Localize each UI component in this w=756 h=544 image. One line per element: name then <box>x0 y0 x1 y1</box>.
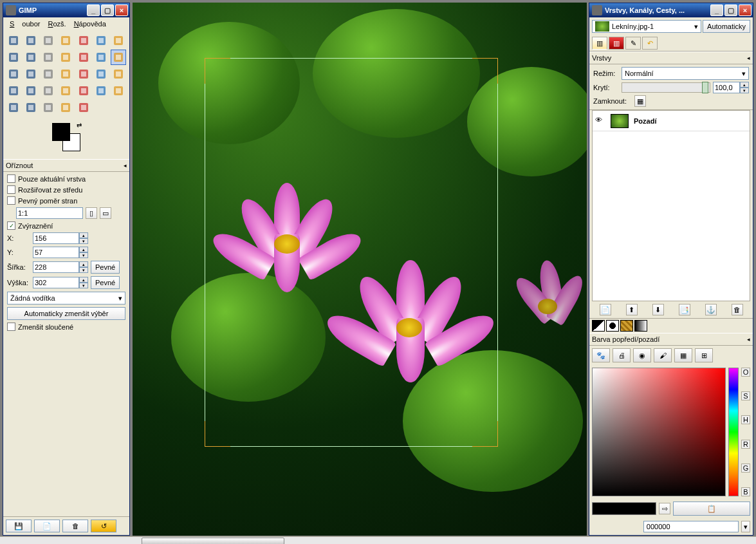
foreground-select-tool[interactable] <box>111 33 126 48</box>
foreground-color[interactable] <box>52 123 70 141</box>
maximize-button[interactable]: ▢ <box>101 5 114 16</box>
height-input[interactable] <box>33 277 79 288</box>
cmyk-button[interactable]: 🖨 <box>613 348 631 362</box>
hue-mode-h[interactable]: H <box>741 415 750 424</box>
rect-select-tool[interactable] <box>6 33 21 48</box>
wheel-button[interactable]: ◉ <box>633 348 651 362</box>
move-tool[interactable] <box>76 50 91 65</box>
dodge-tool[interactable] <box>76 100 91 115</box>
pattern-tab[interactable] <box>620 320 633 332</box>
restore-options-button[interactable]: 📄 <box>34 520 60 532</box>
layer-row[interactable]: 👁 Pozadí <box>593 111 750 131</box>
color-picker-tool[interactable] <box>23 50 39 65</box>
add-to-history-button[interactable]: ⇨ <box>659 503 670 514</box>
reset-options-button[interactable]: ↺ <box>91 520 116 532</box>
auto-button[interactable]: Automaticky <box>703 20 750 33</box>
lower-layer-button[interactable]: ⬇ <box>652 304 664 315</box>
color-select-tool[interactable] <box>76 33 91 48</box>
eraser-tool[interactable] <box>58 83 73 98</box>
paintbrush-tool[interactable] <box>41 83 56 98</box>
bucket-tool[interactable] <box>111 66 126 82</box>
maximize-button[interactable]: ▢ <box>724 5 737 16</box>
crop-handle-se[interactable] <box>472 421 498 447</box>
rotate-tool[interactable] <box>6 66 21 82</box>
hex-input[interactable] <box>643 521 739 532</box>
close-button[interactable]: × <box>739 5 751 16</box>
hue-mode-g[interactable]: G <box>741 464 750 473</box>
hue-mode-s[interactable]: S <box>741 391 750 400</box>
aspect-input[interactable] <box>16 207 83 219</box>
tool-options-header[interactable]: Oříznout ◂ <box>3 159 129 172</box>
close-button[interactable]: × <box>115 5 128 16</box>
horizontal-scrollbar[interactable] <box>0 536 756 544</box>
delete-layer-button[interactable]: 🗑 <box>732 304 743 315</box>
x-down[interactable]: ▾ <box>79 238 88 244</box>
blend-tool[interactable] <box>6 83 21 98</box>
menu-help[interactable]: Nápověda <box>70 19 110 29</box>
crop-handle-nw[interactable] <box>205 58 230 84</box>
tab-channels[interactable]: ▥ <box>609 37 624 50</box>
autoshrink-button[interactable]: Automaticky zmenšit výběr <box>7 307 125 320</box>
free-select-tool[interactable] <box>41 33 56 48</box>
current-color-swatch[interactable] <box>592 502 656 515</box>
perspective-tool[interactable] <box>58 66 73 82</box>
brush-tab[interactable] <box>606 320 619 332</box>
width-input[interactable] <box>33 261 79 273</box>
fgbg-tab[interactable] <box>592 320 605 332</box>
measure-tool[interactable] <box>58 50 73 65</box>
highlight-checkbox[interactable]: ✓ <box>7 221 15 230</box>
scissors-tool[interactable] <box>93 33 109 48</box>
scale-tool[interactable] <box>23 66 39 82</box>
anchor-layer-button[interactable]: ⚓ <box>705 304 717 315</box>
hue-mode-r[interactable]: R <box>741 440 750 449</box>
visibility-icon[interactable]: 👁 <box>595 116 605 126</box>
swap-colors-icon[interactable]: ⇄ <box>77 122 82 129</box>
image-select[interactable]: Lekníny.jpg-1 ▾ <box>592 20 701 33</box>
mode-select[interactable]: Normální▾ <box>622 67 749 80</box>
portrait-icon[interactable]: ▯ <box>86 207 97 219</box>
ink-tool[interactable] <box>93 83 109 98</box>
airbrush-tool[interactable] <box>76 83 91 98</box>
pencil-tool[interactable] <box>23 83 39 98</box>
w-up[interactable]: ▴ <box>79 261 88 267</box>
paint-button[interactable]: 🖌 <box>654 348 672 362</box>
guides-select[interactable]: Žádná vodítka▾ <box>7 292 125 305</box>
minimize-button[interactable]: _ <box>710 5 723 16</box>
h-up[interactable]: ▴ <box>79 277 88 283</box>
hue-mode-o[interactable]: O <box>741 368 750 377</box>
from-center-checkbox[interactable] <box>7 185 15 194</box>
minimize-button[interactable]: _ <box>87 5 100 16</box>
y-down[interactable]: ▾ <box>79 252 88 258</box>
blur-tool[interactable] <box>41 100 56 115</box>
shrink-merged-checkbox[interactable] <box>7 323 15 331</box>
paths-tool[interactable] <box>6 50 21 65</box>
shear-tool[interactable] <box>41 66 56 82</box>
crop-handle-sw[interactable] <box>205 421 230 447</box>
tab-paths[interactable]: ✎ <box>625 37 641 50</box>
toolbox-titlebar[interactable]: GIMP _ ▢ × <box>3 3 129 17</box>
new-layer-button[interactable]: 📄 <box>600 304 611 315</box>
tab-undo[interactable]: ↶ <box>642 37 658 50</box>
x-input[interactable] <box>33 232 79 244</box>
x-up[interactable]: ▴ <box>79 232 88 238</box>
fuzzy-select-tool[interactable] <box>58 33 73 48</box>
fixed-aspect-checkbox[interactable] <box>7 196 15 205</box>
crop-tool[interactable] <box>111 50 126 65</box>
clone-tool[interactable] <box>111 83 126 98</box>
menu-arrow-icon[interactable]: ◂ <box>124 162 127 169</box>
align-tool[interactable] <box>93 50 109 65</box>
gradient-tab[interactable] <box>634 320 647 332</box>
hex-dropdown-icon[interactable]: ▾ <box>741 521 750 532</box>
smudge-tool[interactable] <box>58 100 73 115</box>
color-history-button[interactable]: 📋 <box>673 502 750 516</box>
y-up[interactable]: ▴ <box>79 247 88 252</box>
height-fixed-button[interactable]: Pevné <box>91 276 120 289</box>
hue-mode-b[interactable]: B <box>741 487 750 496</box>
lock-alpha-button[interactable]: ▦ <box>634 95 646 107</box>
menu-ext[interactable]: Rozš. <box>44 19 69 29</box>
opacity-input[interactable] <box>713 82 740 93</box>
crop-selection[interactable] <box>205 58 498 447</box>
raise-layer-button[interactable]: ⬆ <box>626 304 638 315</box>
hue-slider[interactable] <box>728 368 739 496</box>
zoom-tool[interactable] <box>41 50 56 65</box>
